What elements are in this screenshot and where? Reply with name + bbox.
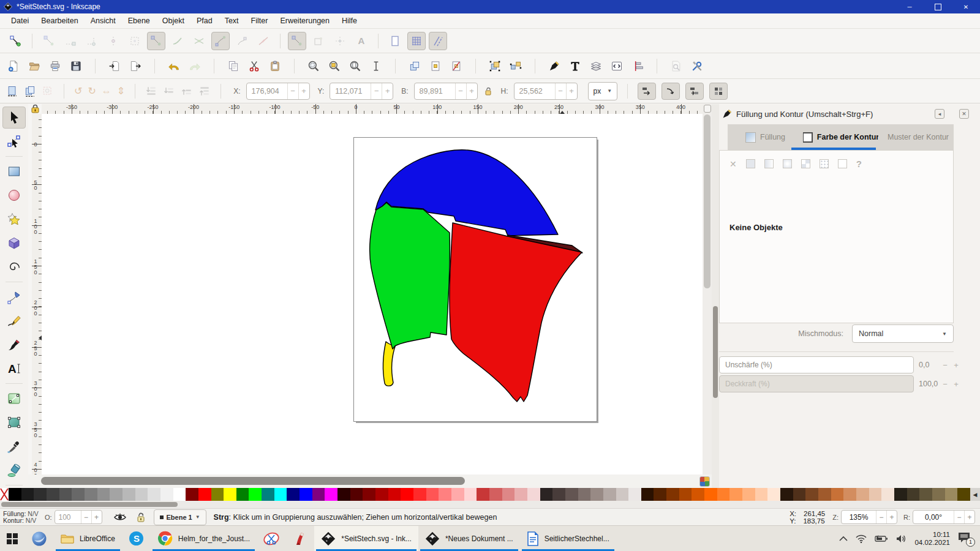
y-field-value[interactable]: 112,071 [330, 87, 371, 96]
object-opacity-field[interactable]: 100−+ [55, 510, 102, 524]
node-tool[interactable] [2, 130, 26, 152]
palette-swatch[interactable] [85, 488, 97, 501]
pencil-tool[interactable] [2, 310, 26, 332]
palette-swatch[interactable] [198, 488, 211, 501]
taskbar-writer-button[interactable]: SeitlicherStechhel... [520, 526, 616, 551]
save-button[interactable] [70, 60, 82, 72]
taskbar-clock[interactable]: 10:11 04.02.2021 [914, 531, 950, 547]
palette-swatch[interactable] [274, 488, 287, 501]
palette-swatch[interactable] [300, 488, 312, 501]
notification-center-button[interactable]: 1 [958, 532, 974, 545]
selector-tool[interactable] [2, 107, 26, 129]
radial-gradient-button[interactable] [783, 159, 792, 168]
palette-swatch[interactable] [628, 488, 641, 501]
close-button[interactable]: ✕ [952, 0, 980, 13]
no-paint-button[interactable]: ✕ [729, 159, 737, 169]
width-increment[interactable]: + [466, 83, 477, 99]
unit-dropdown[interactable]: px▼ [588, 82, 618, 100]
palette-swatch[interactable] [793, 488, 806, 501]
palette-swatch[interactable] [211, 488, 224, 501]
spiral-tool[interactable] [2, 256, 26, 278]
speaker-icon[interactable] [896, 534, 907, 543]
opacity-increment[interactable]: + [91, 511, 102, 523]
palette-swatch[interactable] [186, 488, 198, 501]
dialog-vertical-scrollbar[interactable] [712, 104, 719, 488]
taskbar-chrome-button[interactable]: Helm_for_the_Joust... [151, 526, 257, 551]
palette-swatch[interactable] [451, 488, 464, 501]
palette-swatch[interactable] [72, 488, 85, 501]
palette-swatch[interactable] [957, 488, 970, 501]
paint-bucket-tool[interactable] [2, 459, 26, 481]
layers-dialog-button[interactable] [590, 60, 602, 72]
snap-guides-toggle[interactable] [429, 32, 447, 50]
ellipse-tool[interactable] [2, 184, 26, 206]
palette-swatch[interactable] [527, 488, 540, 501]
palette-scroll-left-button[interactable]: ◀ [970, 488, 980, 501]
print-button[interactable] [49, 60, 61, 72]
canvas-horizontal-scrollbar[interactable] [28, 474, 712, 488]
new-document-button[interactable] [7, 60, 20, 72]
scrollbar-thumb[interactable] [41, 477, 465, 485]
palette-swatch[interactable] [426, 488, 439, 501]
opacity-decrement[interactable]: − [940, 380, 951, 389]
palette-swatch[interactable] [565, 488, 578, 501]
helmet-strap-yellow[interactable] [383, 342, 396, 386]
mesh-gradient-tool[interactable] [2, 411, 26, 433]
scrollbar-thumb[interactable] [1, 502, 178, 507]
palette-swatch[interactable] [350, 488, 363, 501]
palette-swatch[interactable] [755, 488, 768, 501]
rotation-increment[interactable]: + [964, 511, 974, 523]
height-field-value[interactable]: 25,562 [514, 87, 555, 96]
y-field[interactable]: 112,071−+ [330, 83, 393, 100]
duplicate-button[interactable] [409, 60, 421, 72]
palette-swatch[interactable] [489, 488, 502, 501]
pen-tool[interactable] [2, 286, 26, 308]
palette-swatch[interactable] [224, 488, 236, 501]
open-button[interactable] [28, 60, 40, 72]
taskbar-screenshot-button[interactable] [257, 526, 286, 551]
width-field-value[interactable]: 89,891 [415, 87, 455, 96]
rectangle-tool[interactable] [2, 160, 26, 182]
affect-scale-toggle[interactable] [662, 83, 680, 100]
maximize-button[interactable] [924, 0, 952, 13]
palette-swatch[interactable] [9, 488, 21, 501]
width-decrement[interactable]: − [455, 83, 466, 99]
tab-stroke-color[interactable]: Farbe der Kontur [803, 124, 878, 150]
snap-bbox-edge-button[interactable] [61, 32, 80, 50]
palette-swatch[interactable] [337, 488, 350, 501]
affect-rotate-toggle[interactable] [685, 83, 704, 100]
star-tool[interactable] [2, 208, 26, 230]
palette-swatch[interactable] [287, 488, 300, 501]
group-button[interactable] [489, 60, 501, 72]
tab-stroke-style[interactable]: Muster der Kontur [878, 124, 954, 150]
palette-swatch[interactable] [110, 488, 123, 501]
snap-line-midpoints-button[interactable] [254, 32, 273, 50]
blur-decrement[interactable]: − [940, 361, 951, 370]
dialog-shrink-button[interactable]: ◂ [935, 109, 944, 119]
vertical-ruler[interactable]: 050100150200250300350400 [32, 114, 42, 474]
palette-swatch[interactable] [439, 488, 451, 501]
align-dialog-button[interactable] [631, 60, 644, 72]
zoom-decrement[interactable]: − [876, 511, 886, 523]
opacity-decrement[interactable]: − [81, 511, 91, 523]
palette-swatch[interactable] [375, 488, 388, 501]
palette-swatch[interactable] [704, 488, 717, 501]
palette-swatch[interactable] [869, 488, 882, 501]
select-all-button[interactable] [6, 85, 18, 97]
palette-swatch[interactable] [818, 488, 831, 501]
minimize-button[interactable]: ─ [895, 0, 924, 13]
snap-smooth-nodes-button[interactable] [233, 32, 251, 50]
palette-swatch[interactable] [692, 488, 704, 501]
helmet-front-green[interactable] [370, 203, 450, 349]
blur-increment[interactable]: + [951, 361, 962, 370]
palette-swatch[interactable] [729, 488, 742, 501]
snap-page-border-button[interactable] [386, 32, 404, 50]
snap-grid-toggle[interactable] [407, 32, 426, 50]
horizontal-ruler[interactable]: -350-300-250-200-150-100-500501001502002… [42, 104, 703, 114]
taskbar-libreoffice-button[interactable]: LibreOffice [54, 526, 122, 551]
deselect-button[interactable] [42, 85, 54, 97]
zoom-page-width-button[interactable] [370, 60, 382, 72]
undo-button[interactable] [168, 60, 180, 72]
menu-bearbeiten[interactable]: Bearbeiten [35, 17, 84, 25]
palette-swatch[interactable] [464, 488, 477, 501]
